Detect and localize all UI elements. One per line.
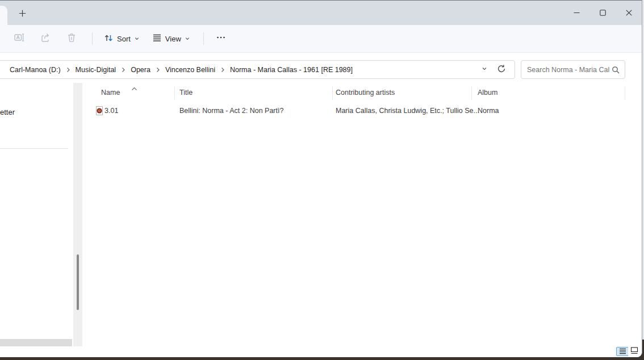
chevron-right-icon[interactable] <box>219 67 227 73</box>
more-options-button[interactable] <box>210 29 232 48</box>
column-headers: Name Title Contributing artists Album <box>82 85 641 102</box>
toolbar-divider <box>203 32 204 45</box>
column-divider[interactable] <box>174 86 175 100</box>
rename-icon <box>14 32 25 45</box>
chevron-right-icon[interactable] <box>119 67 127 73</box>
breadcrumb-item-drive[interactable]: Carl-Manoa (D:) <box>6 66 64 74</box>
column-divider[interactable] <box>625 86 625 100</box>
delete-button[interactable] <box>60 29 83 48</box>
refresh-icon <box>497 64 506 75</box>
close-button[interactable] <box>616 1 642 25</box>
active-tab-partial[interactable] <box>0 6 7 25</box>
sort-button-label: Sort <box>117 35 131 43</box>
column-header-contributing-artists[interactable]: Contributing artists <box>336 89 395 97</box>
command-toolbar: Sort View <box>0 25 642 53</box>
delete-icon <box>66 32 77 45</box>
sort-ascending-icon <box>131 85 137 93</box>
breadcrumb-item-opera[interactable]: Opera <box>127 66 154 74</box>
maximize-restore-icon <box>600 8 606 18</box>
view-button[interactable]: View <box>147 29 195 48</box>
desktop-background-bottom <box>0 357 644 360</box>
column-divider[interactable] <box>332 86 333 100</box>
details-view-icon <box>619 346 626 357</box>
sort-button[interactable]: Sort <box>98 29 145 48</box>
view-button-label: View <box>165 35 181 43</box>
toolbar-divider <box>92 32 93 45</box>
column-header-title[interactable]: Title <box>179 89 193 97</box>
file-contributing-artists[interactable]: Maria Callas, Christa Ludwig, Etc.; Tull… <box>336 107 479 115</box>
breadcrumb-item-vincenzo-bellini[interactable]: Vincenzo Bellini <box>162 66 219 74</box>
chevron-right-icon[interactable] <box>154 67 162 73</box>
file-row[interactable]: 3.01 Bellini: Norma - Act 2: Non Partì? … <box>82 104 641 119</box>
address-row: Carl-Manoa (D:) Music-Digital Opera Vinc… <box>0 53 642 83</box>
close-icon <box>626 8 632 18</box>
thumbnails-view-icon <box>630 346 638 357</box>
refresh-button[interactable] <box>493 61 510 78</box>
file-explorer-window: Sort View Carl-Manoa (D:) <box>0 0 642 357</box>
chevron-down-icon <box>134 35 140 43</box>
file-album[interactable]: Norma <box>478 107 499 115</box>
file-name[interactable]: 3.01 <box>104 107 118 115</box>
ellipsis-icon <box>216 33 225 44</box>
column-divider[interactable] <box>471 86 472 100</box>
chevron-down-icon <box>185 35 190 43</box>
search-box <box>521 60 625 79</box>
minimize-button[interactable] <box>563 1 589 25</box>
search-icon[interactable] <box>609 66 625 74</box>
column-header-album[interactable]: Album <box>478 89 497 97</box>
minimize-icon <box>574 8 580 18</box>
breadcrumb-item-current-folder[interactable]: Norma - Maria Callas - 1961 [RE 1989] <box>227 66 356 74</box>
view-lines-icon <box>152 33 162 44</box>
share-button[interactable] <box>34 29 57 48</box>
tab-bar <box>0 1 642 25</box>
chevron-right-icon[interactable] <box>64 67 72 73</box>
nav-scrollbar-thumb[interactable] <box>77 254 79 310</box>
nav-scrollbar-vertical[interactable] <box>73 83 82 347</box>
rename-button[interactable] <box>8 29 31 48</box>
file-title[interactable]: Bellini: Norma - Act 2: Non Partì? <box>179 107 283 115</box>
breadcrumb-item-music-digital[interactable]: Music-Digital <box>72 66 120 74</box>
audio-file-icon <box>95 106 104 115</box>
address-dropdown-button[interactable] <box>476 61 493 78</box>
plus-icon <box>19 9 26 19</box>
nav-pane-divider <box>0 148 68 149</box>
maximize-button[interactable] <box>589 1 616 25</box>
search-input[interactable] <box>521 66 609 74</box>
nav-scrollbar-horizontal-thumb[interactable] <box>0 339 72 347</box>
status-bar <box>0 346 642 357</box>
column-header-name[interactable]: Name <box>101 89 120 97</box>
chevron-down-icon <box>481 65 488 74</box>
details-view-button[interactable] <box>616 347 629 356</box>
address-bar[interactable]: Carl-Manoa (D:) Music-Digital Opera Vinc… <box>0 60 515 79</box>
navigation-pane: etter <box>0 83 73 347</box>
window-controls <box>563 1 642 25</box>
sort-arrows-icon <box>103 33 114 45</box>
new-tab-button[interactable] <box>15 7 29 21</box>
thumbnails-view-button[interactable] <box>628 347 641 356</box>
share-icon <box>40 32 51 45</box>
nav-item-partial[interactable]: etter <box>0 108 15 116</box>
